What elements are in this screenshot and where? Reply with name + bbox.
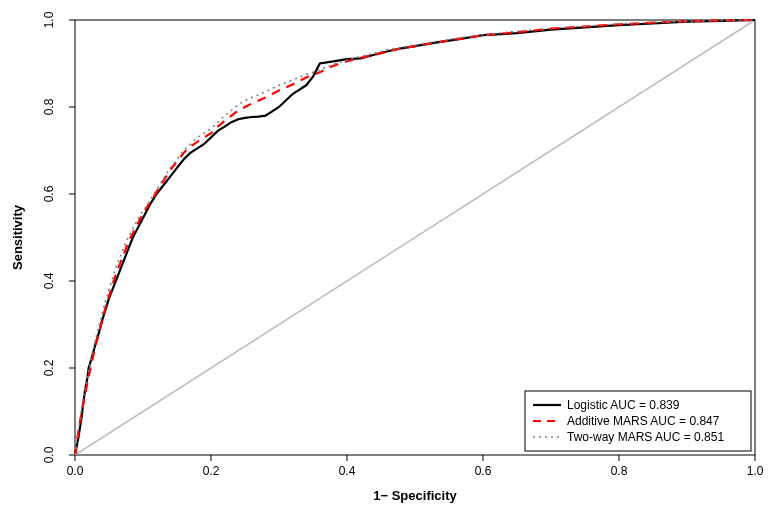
y-tick-label: 0.6 (42, 185, 56, 202)
x-tick-label: 0.8 (611, 464, 628, 478)
y-axis-label: Sensitivity (10, 204, 25, 270)
y-tick-label: 0.4 (42, 272, 56, 289)
y-tick-label: 0.2 (42, 359, 56, 376)
legend-label: Logistic AUC = 0.839 (567, 398, 680, 412)
legend-label: Two-way MARS AUC = 0.851 (567, 430, 724, 444)
roc-svg: 0.00.20.40.60.81.00.00.20.40.60.81.01− S… (0, 0, 775, 521)
x-tick-label: 0.6 (475, 464, 492, 478)
y-tick-label: 1.0 (42, 11, 56, 28)
x-axis-label: 1− Specificity (373, 488, 457, 503)
legend-label: Additive MARS AUC = 0.847 (567, 414, 720, 428)
y-tick-label: 0.8 (42, 98, 56, 115)
y-tick-label: 0.0 (42, 446, 56, 463)
x-tick-label: 0.0 (67, 464, 84, 478)
x-tick-label: 1.0 (747, 464, 764, 478)
diagonal-line (75, 20, 755, 455)
roc-chart: 0.00.20.40.60.81.00.00.20.40.60.81.01− S… (0, 0, 775, 521)
x-tick-label: 0.2 (203, 464, 220, 478)
x-tick-label: 0.4 (339, 464, 356, 478)
